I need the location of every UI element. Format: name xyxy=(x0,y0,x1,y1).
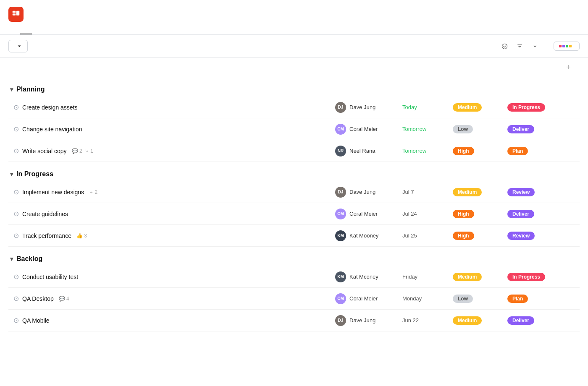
tab-forms[interactable] xyxy=(102,25,114,34)
svg-point-3 xyxy=(502,44,507,49)
table-row[interactable]: ⊙ Track performance 👍 3 KM Kat Mooney Ju… xyxy=(8,225,580,247)
filter-button[interactable] xyxy=(517,43,525,50)
priority-cell: Low xyxy=(449,125,504,133)
svg-rect-0 xyxy=(13,11,16,13)
assignee-cell: DJ Dave Jung xyxy=(332,315,399,326)
task-name: Create design assets xyxy=(22,104,78,111)
stage-badge: Deliver xyxy=(507,210,534,218)
tab-messages[interactable] xyxy=(91,25,102,34)
priority-badge: Medium xyxy=(453,103,482,112)
task-meta: 💬 2⤷ 1 xyxy=(72,148,93,154)
task-meta-subtask: ⤷ 2 xyxy=(89,189,97,195)
app-header xyxy=(0,0,588,25)
task-name: Implement new designs xyxy=(22,189,84,196)
table-row[interactable]: ⊙ Write social copy 💬 2⤷ 1 NR Neel Rana … xyxy=(8,140,580,162)
avatar: NR xyxy=(335,146,346,156)
priority-cell: Medium xyxy=(449,273,504,281)
toolbar-left xyxy=(8,40,28,52)
stage-cell: Review xyxy=(504,232,563,240)
stage-cell: Plan xyxy=(504,147,563,155)
table-row[interactable]: ⊙ Create guidelines CM Coral Meier Jul 2… xyxy=(8,203,580,225)
table-row[interactable]: ⊙ QA Mobile DJ Dave Jung Jun 22 Medium D… xyxy=(8,310,580,331)
dot-1 xyxy=(559,45,562,47)
priority-cell: Medium xyxy=(449,188,504,196)
avatar: KM xyxy=(335,271,346,282)
task-check-icon[interactable]: ⊙ xyxy=(13,188,19,196)
add-new-button[interactable] xyxy=(8,40,28,52)
task-name-cell: ⊙ Create guidelines xyxy=(8,206,332,222)
assignee-name: Dave Jung xyxy=(349,104,375,110)
priority-cell: Medium xyxy=(449,316,504,325)
chevron-icon: ▾ xyxy=(10,256,13,262)
tab-workflow[interactable] xyxy=(79,25,91,34)
assignee-cell: KM Kat Mconey xyxy=(332,271,399,282)
assignee-cell: CM Coral Meier xyxy=(332,209,399,219)
section-label: Backlog xyxy=(16,255,42,263)
avatar: CM xyxy=(335,293,346,304)
tab-files[interactable] xyxy=(114,25,126,34)
task-check-icon[interactable]: ⊙ xyxy=(13,210,19,218)
sort-button[interactable] xyxy=(532,43,540,50)
table-row[interactable]: ⊙ QA Desktop 💬 4 CM Coral Meier Monday L… xyxy=(8,288,580,310)
table-row[interactable]: ⊙ Implement new designs ⤷ 2 DJ Dave Jung… xyxy=(8,181,580,203)
incomplete-tasks-button[interactable] xyxy=(501,43,510,50)
assignee-cell: DJ Dave Jung xyxy=(332,187,399,198)
section-label: Planning xyxy=(16,86,45,93)
table-row[interactable]: ⊙ Conduct usability test KM Kat Mconey F… xyxy=(8,266,580,288)
toolbar xyxy=(0,35,588,58)
assignee-name: Neel Rana xyxy=(349,148,375,154)
assignee-name: Kat Mooney xyxy=(349,232,378,239)
due-date-cell: Jul 7 xyxy=(399,189,449,195)
col-assignee xyxy=(332,61,399,73)
table-row[interactable]: ⊙ Create design assets DJ Dave Jung Toda… xyxy=(8,96,580,118)
task-check-icon[interactable]: ⊙ xyxy=(13,147,19,155)
stage-cell: Review xyxy=(504,188,563,196)
task-name: Write social copy xyxy=(22,148,67,154)
task-name: Conduct usability test xyxy=(22,274,78,280)
tab-timeline[interactable] xyxy=(44,25,55,34)
section-title-planning[interactable]: ▾Planning xyxy=(8,81,580,96)
avatar: DJ xyxy=(335,315,346,326)
assignee-cell: CM Coral Meier xyxy=(332,124,399,135)
section-label: In Progress xyxy=(16,170,53,178)
task-name: QA Mobile xyxy=(22,317,50,324)
task-check-icon[interactable]: ⊙ xyxy=(13,295,19,303)
tab-list[interactable] xyxy=(20,25,32,34)
stage-badge: Review xyxy=(507,188,535,196)
chevron-icon: ▾ xyxy=(10,86,13,93)
task-meta-subtask: ⤷ 1 xyxy=(85,148,93,154)
priority-badge: Medium xyxy=(453,188,482,196)
task-meta-comment: 💬 4 xyxy=(59,296,69,302)
task-meta: 💬 4 xyxy=(59,296,69,302)
task-check-icon[interactable]: ⊙ xyxy=(13,232,19,240)
priority-badge: Medium xyxy=(453,316,482,325)
stage-badge: Deliver xyxy=(507,316,534,325)
stage-badge: Deliver xyxy=(507,125,534,133)
assignee-name: Coral Meier xyxy=(349,295,378,302)
tab-dashboard[interactable] xyxy=(67,25,79,34)
priority-cell: Medium xyxy=(449,103,504,112)
tab-calendar[interactable] xyxy=(55,25,67,34)
customize-button[interactable] xyxy=(554,42,580,51)
check-circle-icon xyxy=(501,43,508,50)
section-title-backlog[interactable]: ▾Backlog xyxy=(8,250,580,266)
svg-rect-2 xyxy=(16,11,19,16)
task-check-icon[interactable]: ⊙ xyxy=(13,103,19,111)
col-add[interactable]: + xyxy=(563,61,580,73)
tab-overview[interactable] xyxy=(8,25,20,34)
tab-board[interactable] xyxy=(32,25,44,34)
task-check-icon[interactable]: ⊙ xyxy=(13,125,19,133)
nav-tabs xyxy=(0,25,588,35)
task-check-icon[interactable]: ⊙ xyxy=(13,273,19,281)
assignee-cell: CM Coral Meier xyxy=(332,293,399,304)
task-check-icon[interactable]: ⊙ xyxy=(13,316,19,324)
due-date-cell: Today xyxy=(399,104,449,110)
due-date-cell: Tomorrow xyxy=(399,148,449,154)
section-planning: ▾Planning ⊙ Create design assets DJ Dave… xyxy=(8,81,580,162)
stage-badge: In Progress xyxy=(507,103,545,112)
task-name: Create guidelines xyxy=(22,211,68,217)
assignee-cell: DJ Dave Jung xyxy=(332,102,399,113)
table-row[interactable]: ⊙ Change site navigation CM Coral Meier … xyxy=(8,118,580,140)
task-name-cell: ⊙ Conduct usability test xyxy=(8,269,332,285)
section-title-in-progress[interactable]: ▾In Progress xyxy=(8,165,580,181)
